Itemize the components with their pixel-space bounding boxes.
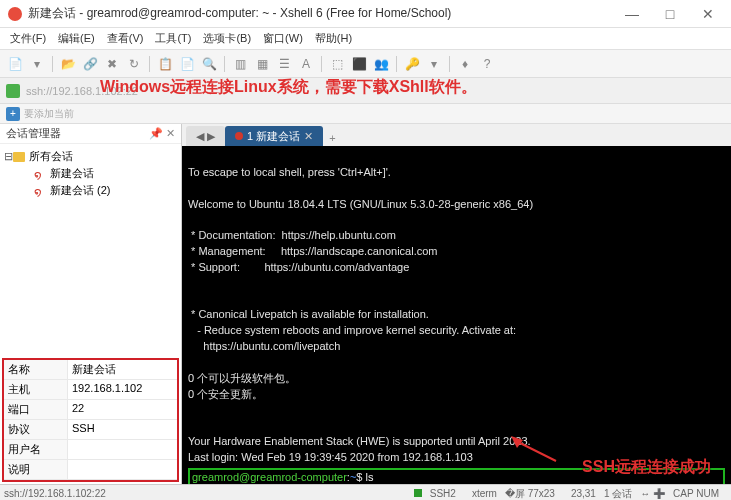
term-line: Welcome to Ubuntu 18.04.4 LTS (GNU/Linux… bbox=[188, 198, 533, 210]
arrow-annotation bbox=[511, 436, 561, 466]
tool-icon[interactable]: ☰ bbox=[275, 55, 293, 73]
users-icon[interactable]: 👥 bbox=[372, 55, 390, 73]
term-line: * Management: https://landscape.canonica… bbox=[188, 245, 437, 257]
prop-label-desc: 说明 bbox=[4, 460, 68, 479]
status-address: ssh://192.168.1.102:22 bbox=[4, 488, 106, 499]
titlebar: 新建会话 - greamrod@greamrod-computer: ~ - X… bbox=[0, 0, 731, 28]
new-session-icon[interactable]: 📄 bbox=[6, 55, 24, 73]
font-icon[interactable]: A bbox=[297, 55, 315, 73]
tree-item-label: 新建会话 bbox=[50, 166, 94, 181]
menu-view[interactable]: 查看(V) bbox=[101, 29, 150, 48]
tool-icon[interactable]: ⬛ bbox=[350, 55, 368, 73]
sidebar-pin-icon[interactable]: 📌 ✕ bbox=[149, 127, 175, 140]
session-icon: ໑ bbox=[34, 168, 46, 180]
term-line: 0 个安全更新。 bbox=[188, 388, 263, 400]
menu-help[interactable]: 帮助(H) bbox=[309, 29, 358, 48]
add-icon[interactable]: + bbox=[6, 107, 20, 121]
tab-add-button[interactable]: + bbox=[323, 130, 341, 146]
maximize-button[interactable]: □ bbox=[655, 6, 685, 22]
term-line: https://ubuntu.com/livepatch bbox=[188, 340, 340, 352]
menu-tools[interactable]: 工具(T) bbox=[149, 29, 197, 48]
sidebar: 会话管理器 📌 ✕ ⊟ 所有会话 ໑新建会话 ໑新建会话 (2) 名称新建会话 … bbox=[0, 124, 182, 484]
terminal-area: ◀ ▶ 1 新建会话 ✕ + To escape to local shell,… bbox=[182, 124, 731, 484]
tool-icon[interactable]: ▾ bbox=[425, 55, 443, 73]
svg-marker-1 bbox=[511, 436, 523, 448]
annotation-top: Windows远程连接Linux系统，需要下载XShll软件。 bbox=[100, 77, 477, 98]
key-icon[interactable]: 🔑 bbox=[403, 55, 421, 73]
toolbar: 📄 ▾ 📂 🔗 ✖ ↻ 📋 📄 🔍 ▥ ▦ ☰ A ⬚ ⬛ 👥 🔑 ▾ ♦ ? bbox=[0, 50, 731, 78]
status-term: xterm bbox=[472, 488, 497, 499]
term-line: * Documentation: https://help.ubuntu.com bbox=[188, 229, 396, 241]
addressbar: ssh://192.168.1.102:22 Windows远程连接Linux系… bbox=[0, 78, 731, 104]
separator bbox=[321, 56, 322, 72]
folder-icon bbox=[13, 152, 25, 162]
statusbar: ssh://192.168.1.102:22 SSH2 xterm �屏 77x… bbox=[0, 484, 731, 500]
term-line: To escape to local shell, press 'Ctrl+Al… bbox=[188, 166, 391, 178]
find-icon[interactable]: 🔍 bbox=[200, 55, 218, 73]
dropdown-icon[interactable]: ▾ bbox=[28, 55, 46, 73]
session-tree: ⊟ 所有会话 ໑新建会话 ໑新建会话 (2) bbox=[0, 144, 181, 356]
paste-icon[interactable]: 📄 bbox=[178, 55, 196, 73]
prop-value-host: 192.168.1.102 bbox=[68, 380, 177, 399]
menu-file[interactable]: 文件(F) bbox=[4, 29, 52, 48]
prop-value-name: 新建会话 bbox=[68, 360, 177, 379]
reconnect-icon[interactable]: ↻ bbox=[125, 55, 143, 73]
term-line: * Canonical Livepatch is available for i… bbox=[188, 308, 429, 320]
settings-icon[interactable]: ♦ bbox=[456, 55, 474, 73]
prop-label-port: 端口 bbox=[4, 400, 68, 419]
tool-icon[interactable]: ▥ bbox=[231, 55, 249, 73]
term-line: * Support: https://ubuntu.com/advantage bbox=[188, 261, 409, 273]
svg-line-0 bbox=[516, 441, 556, 461]
tab-label: 1 新建会话 bbox=[247, 129, 300, 144]
close-button[interactable]: ✕ bbox=[693, 6, 723, 22]
properties-panel: 名称新建会话 主机192.168.1.102 端口22 协议SSH 用户名 说明 bbox=[2, 358, 179, 482]
separator bbox=[52, 56, 53, 72]
sidebar-title: 会话管理器 bbox=[6, 126, 61, 141]
menu-edit[interactable]: 编辑(E) bbox=[52, 29, 101, 48]
annotation-bottom: SSH远程连接成功 bbox=[582, 456, 711, 478]
tree-root[interactable]: ⊟ 所有会话 bbox=[4, 148, 177, 165]
disconnect-icon[interactable]: ✖ bbox=[103, 55, 121, 73]
tab-local[interactable]: ◀ ▶ bbox=[186, 126, 225, 146]
tab-status-icon bbox=[235, 132, 243, 140]
tab-active[interactable]: 1 新建会话 ✕ bbox=[225, 126, 323, 146]
status-caps: CAP NUM bbox=[673, 488, 719, 499]
separator bbox=[449, 56, 450, 72]
tab-close-icon[interactable]: ✕ bbox=[304, 130, 313, 143]
main-area: 会话管理器 📌 ✕ ⊟ 所有会话 ໑新建会话 ໑新建会话 (2) 名称新建会话 … bbox=[0, 124, 731, 484]
session-icon: ໑ bbox=[34, 185, 46, 197]
terminal[interactable]: To escape to local shell, press 'Ctrl+Al… bbox=[182, 146, 731, 484]
separator bbox=[396, 56, 397, 72]
menubar: 文件(F) 编辑(E) 查看(V) 工具(T) 选项卡(B) 窗口(W) 帮助(… bbox=[0, 28, 731, 50]
tree-item-label: 新建会话 (2) bbox=[50, 183, 111, 198]
help-icon[interactable]: ? bbox=[478, 55, 496, 73]
prop-label-host: 主机 bbox=[4, 380, 68, 399]
menu-tab[interactable]: 选项卡(B) bbox=[197, 29, 257, 48]
status-ssh: SSH2 bbox=[414, 488, 464, 499]
prop-label-protocol: 协议 bbox=[4, 420, 68, 439]
tool-icon[interactable]: ▦ bbox=[253, 55, 271, 73]
ssh-icon bbox=[6, 84, 20, 98]
status-pos: 23,31 bbox=[571, 488, 596, 499]
quickbar: + 要添加当前 bbox=[0, 104, 731, 124]
open-icon[interactable]: 📂 bbox=[59, 55, 77, 73]
tree-session-1[interactable]: ໑新建会话 bbox=[4, 165, 177, 182]
separator bbox=[224, 56, 225, 72]
menu-window[interactable]: 窗口(W) bbox=[257, 29, 309, 48]
tree-session-2[interactable]: ໑新建会话 (2) bbox=[4, 182, 177, 199]
status-size: �屏 77x23 bbox=[505, 487, 563, 501]
prop-value-protocol: SSH bbox=[68, 420, 177, 439]
term-line: 0 个可以升级软件包。 bbox=[188, 372, 296, 384]
prop-value-desc bbox=[68, 460, 177, 479]
prop-value-user bbox=[68, 440, 177, 459]
tree-root-label: 所有会话 bbox=[29, 149, 73, 164]
app-icon bbox=[8, 7, 22, 21]
status-sessions: 1 会话 bbox=[604, 487, 632, 501]
cmd-ls: ls bbox=[366, 471, 374, 483]
minimize-button[interactable]: — bbox=[617, 6, 647, 22]
prompt-user: greamrod@greamrod-computer bbox=[192, 471, 347, 483]
window-title: 新建会话 - greamrod@greamrod-computer: ~ - X… bbox=[28, 5, 617, 22]
tool-icon[interactable]: ⬚ bbox=[328, 55, 346, 73]
connect-icon[interactable]: 🔗 bbox=[81, 55, 99, 73]
copy-icon[interactable]: 📋 bbox=[156, 55, 174, 73]
